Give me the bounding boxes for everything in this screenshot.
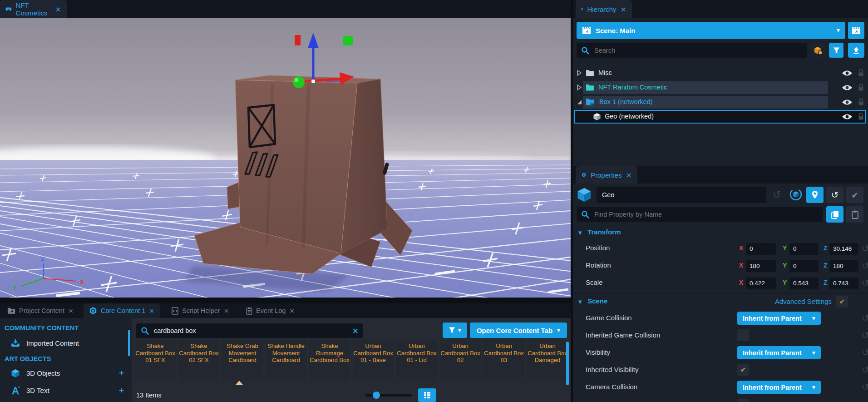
content-panel-body: COMMUNITY CONTENT Imported Content ART O… bbox=[0, 318, 571, 402]
tab-project-content[interactable]: Project Content × bbox=[2, 303, 79, 318]
new-scene-button[interactable] bbox=[848, 22, 864, 39]
tab-event-log[interactable]: Event Log × bbox=[241, 303, 300, 318]
game-collision-dropdown[interactable]: Inherit from Parent ▼ bbox=[737, 312, 821, 325]
close-icon[interactable]: × bbox=[224, 307, 229, 314]
sidebar-scrollbar[interactable] bbox=[128, 330, 130, 356]
export-button[interactable] bbox=[848, 43, 864, 58]
tab-core-content-1[interactable]: Core Content 1 × bbox=[84, 303, 160, 318]
tree-row-geo-networked[interactable]: Geo (networked) bbox=[573, 110, 868, 124]
results-scrollbar[interactable] bbox=[566, 342, 569, 385]
sidebar-item-imported-content[interactable]: Imported Content bbox=[0, 337, 132, 351]
scene-selector-dropdown[interactable]: Scene: Main ▼ bbox=[577, 22, 845, 39]
reset-icon[interactable]: ↺ bbox=[862, 261, 868, 270]
tab-script-helper[interactable]: Script Helper × bbox=[166, 303, 235, 318]
transform-section-header[interactable]: ▼ Transform bbox=[578, 228, 621, 236]
close-icon[interactable]: × bbox=[621, 5, 626, 14]
scene-icon bbox=[582, 26, 591, 35]
scale-x-field[interactable]: 0.422 bbox=[746, 278, 776, 289]
viewport-tabbar: NFT Cosmetics × bbox=[0, 0, 571, 18]
search-icon bbox=[581, 46, 589, 55]
lock-icon[interactable] bbox=[858, 98, 864, 106]
template-filter-button[interactable] bbox=[811, 43, 825, 58]
sidebar-item-3d-text[interactable]: 3D Text + bbox=[0, 384, 132, 398]
tree-row-misc[interactable]: Misc bbox=[573, 66, 868, 80]
visibility-eye-icon[interactable] bbox=[842, 99, 853, 106]
revert-button[interactable]: ↺ bbox=[826, 187, 843, 203]
expand-arrow-icon[interactable] bbox=[577, 70, 582, 76]
rotation-y-field[interactable]: 0 bbox=[789, 260, 819, 272]
position-z-field[interactable]: 30.146 bbox=[829, 243, 858, 255]
close-icon[interactable]: × bbox=[68, 307, 74, 314]
reset-icon[interactable]: ↺ bbox=[862, 313, 868, 323]
tab-hierarchy[interactable]: Hierarchy × bbox=[576, 0, 632, 18]
scale-z-field[interactable]: 0.743 bbox=[829, 278, 858, 289]
reset-icon[interactable]: ↺ bbox=[862, 244, 868, 253]
apply-button[interactable]: ✔ bbox=[846, 187, 863, 203]
hierarchy-search-input[interactable] bbox=[593, 46, 803, 55]
inherited-visibility-checkbox[interactable]: ✔ bbox=[737, 364, 749, 376]
slider-knob[interactable] bbox=[373, 392, 380, 399]
tree-item-label: NFT Random Cosmetic bbox=[598, 84, 667, 91]
position-x-field[interactable]: 0 bbox=[746, 243, 776, 255]
content-filter-button[interactable]: ▼ bbox=[443, 323, 467, 338]
scene-section-header[interactable]: ▼ Scene bbox=[578, 297, 607, 305]
fade-overlay bbox=[132, 374, 571, 387]
view-mode-button[interactable] bbox=[418, 388, 436, 402]
advanced-settings-checkbox[interactable]: ✔ bbox=[836, 296, 848, 308]
close-icon[interactable]: × bbox=[149, 307, 154, 314]
paste-properties-button[interactable] bbox=[846, 206, 863, 223]
reset-icon[interactable]: ↺ bbox=[862, 348, 868, 357]
close-icon[interactable]: × bbox=[626, 171, 632, 179]
find-property-input[interactable] bbox=[593, 210, 818, 218]
add-icon[interactable]: + bbox=[119, 385, 124, 395]
scale-y-field[interactable]: 0.543 bbox=[789, 278, 819, 289]
networked-object-icon[interactable] bbox=[789, 188, 803, 201]
copy-properties-button[interactable] bbox=[826, 206, 843, 223]
add-icon[interactable]: + bbox=[119, 368, 124, 378]
tree-row-box1-networked[interactable]: Box 1 (networked) bbox=[573, 95, 868, 109]
undo-icon: ↺ bbox=[773, 190, 781, 200]
advanced-settings-label[interactable]: Advanced Settings bbox=[758, 298, 832, 305]
hierarchy-tabbar: Hierarchy × bbox=[573, 0, 868, 18]
rotation-z-field[interactable]: 180 bbox=[829, 260, 858, 272]
tab-label: Properties bbox=[591, 171, 621, 179]
find-in-scene-button[interactable] bbox=[806, 187, 824, 203]
position-y-field[interactable]: 0 bbox=[789, 243, 819, 255]
visibility-dropdown[interactable]: Inherit from Parent ▼ bbox=[737, 346, 821, 359]
inherited-camera-collision-checkbox[interactable] bbox=[737, 399, 749, 402]
gizmo-red-cube[interactable] bbox=[295, 35, 301, 45]
content-search-input[interactable] bbox=[153, 327, 348, 335]
close-icon[interactable]: × bbox=[55, 5, 61, 14]
right-panel: Hierarchy × Scene: Main ▼ bbox=[573, 0, 868, 402]
visibility-eye-icon[interactable] bbox=[842, 113, 853, 120]
clear-search-icon[interactable]: × bbox=[352, 326, 359, 335]
axis-x-label: X bbox=[80, 278, 84, 285]
object-name-input[interactable] bbox=[597, 187, 766, 203]
reset-icon[interactable]: ↺ bbox=[862, 382, 868, 392]
reset-icon[interactable]: ↺ bbox=[862, 331, 868, 340]
viewport-3d[interactable]: Z X Y bbox=[0, 18, 571, 298]
lock-icon[interactable] bbox=[858, 113, 864, 120]
visibility-eye-icon[interactable] bbox=[842, 69, 853, 77]
camera-collision-dropdown[interactable]: Inherit from Parent ▼ bbox=[737, 381, 821, 394]
lock-icon[interactable] bbox=[858, 84, 864, 91]
gizmo-green-cube[interactable] bbox=[343, 36, 353, 45]
tab-nft-cosmetics[interactable]: NFT Cosmetics × bbox=[0, 0, 67, 18]
reset-icon[interactable]: ↺ bbox=[862, 365, 868, 374]
tree-row-nft-random-cosmetic[interactable]: NFT Random Cosmetic bbox=[573, 81, 868, 94]
editor-window: NFT Cosmetics × bbox=[0, 0, 868, 402]
filter-button[interactable] bbox=[829, 43, 843, 58]
tab-properties[interactable]: Properties × bbox=[576, 166, 637, 184]
visibility-eye-icon[interactable] bbox=[842, 84, 853, 91]
lock-icon[interactable] bbox=[858, 69, 864, 77]
collapse-arrow-icon[interactable] bbox=[577, 99, 582, 105]
open-core-content-tab-button[interactable]: Open Core Content Tab ▼ bbox=[470, 323, 567, 338]
gizmo-y-handle[interactable] bbox=[293, 76, 305, 88]
reset-icon[interactable]: ↺ bbox=[862, 278, 868, 288]
inherited-game-collision-checkbox[interactable]: ✔ bbox=[737, 329, 749, 341]
expand-arrow-icon[interactable] bbox=[577, 84, 582, 90]
sidebar-item-3d-objects[interactable]: 3D Objects + bbox=[0, 367, 132, 381]
close-icon[interactable]: × bbox=[289, 307, 295, 314]
thumbnail-size-slider[interactable] bbox=[365, 394, 412, 397]
rotation-x-field[interactable]: 180 bbox=[746, 260, 776, 272]
